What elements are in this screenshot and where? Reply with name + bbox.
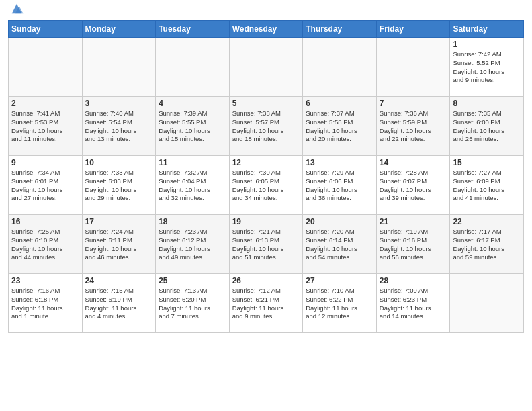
day-info: Sunrise: 7:33 AM Sunset: 6:03 PM Dayligh… (85, 169, 153, 203)
calendar-cell: 1Sunrise: 7:42 AM Sunset: 5:52 PM Daylig… (450, 38, 524, 97)
day-info: Sunrise: 7:13 AM Sunset: 6:20 PM Dayligh… (159, 287, 226, 321)
logo-text (8, 7, 24, 16)
calendar-cell (156, 38, 230, 97)
day-info: Sunrise: 7:25 AM Sunset: 6:10 PM Dayligh… (11, 228, 79, 262)
calendar-cell: 14Sunrise: 7:28 AM Sunset: 6:07 PM Dayli… (376, 156, 450, 215)
day-info: Sunrise: 7:42 AM Sunset: 5:52 PM Dayligh… (453, 50, 521, 85)
calendar-cell (303, 38, 377, 97)
calendar-cell: 12Sunrise: 7:30 AM Sunset: 6:05 PM Dayli… (229, 156, 303, 215)
weekday-header-thursday: Thursday (303, 21, 377, 38)
day-number: 19 (232, 217, 300, 226)
calendar-cell: 16Sunrise: 7:25 AM Sunset: 6:10 PM Dayli… (9, 215, 83, 274)
day-number: 25 (159, 276, 226, 285)
calendar-cell: 11Sunrise: 7:32 AM Sunset: 6:04 PM Dayli… (156, 156, 230, 215)
calendar-cell (9, 38, 83, 97)
day-number: 4 (159, 99, 226, 108)
calendar-cell: 19Sunrise: 7:21 AM Sunset: 6:13 PM Dayli… (229, 215, 303, 274)
calendar-week-row: 16Sunrise: 7:25 AM Sunset: 6:10 PM Dayli… (9, 215, 524, 274)
calendar-cell: 28Sunrise: 7:09 AM Sunset: 6:23 PM Dayli… (376, 274, 450, 333)
day-number: 20 (306, 217, 373, 226)
day-number: 22 (453, 217, 521, 226)
day-number: 12 (232, 158, 300, 167)
calendar-cell: 5Sunrise: 7:38 AM Sunset: 5:57 PM Daylig… (229, 97, 303, 156)
day-number: 2 (11, 99, 79, 108)
weekday-header-monday: Monday (82, 21, 156, 38)
day-info: Sunrise: 7:21 AM Sunset: 6:13 PM Dayligh… (232, 228, 300, 262)
day-info: Sunrise: 7:20 AM Sunset: 6:14 PM Dayligh… (306, 228, 373, 262)
day-number: 8 (453, 99, 521, 108)
day-info: Sunrise: 7:35 AM Sunset: 6:00 PM Dayligh… (453, 109, 521, 144)
weekday-header-sunday: Sunday (9, 21, 83, 38)
weekday-header-tuesday: Tuesday (156, 21, 230, 38)
day-number: 15 (453, 158, 521, 167)
day-number: 14 (380, 158, 447, 167)
day-number: 13 (306, 158, 373, 167)
day-number: 6 (306, 99, 373, 108)
weekday-header-saturday: Saturday (450, 21, 524, 38)
day-number: 21 (380, 217, 447, 226)
calendar-header: SundayMondayTuesdayWednesdayThursdayFrid… (9, 21, 524, 38)
calendar-cell: 22Sunrise: 7:17 AM Sunset: 6:17 PM Dayli… (450, 215, 524, 274)
day-info: Sunrise: 7:10 AM Sunset: 6:22 PM Dayligh… (306, 287, 373, 321)
day-number: 11 (159, 158, 226, 167)
calendar-cell: 9Sunrise: 7:34 AM Sunset: 6:01 PM Daylig… (9, 156, 83, 215)
day-info: Sunrise: 7:17 AM Sunset: 6:17 PM Dayligh… (453, 228, 521, 262)
day-number: 23 (11, 276, 79, 285)
day-number: 26 (232, 276, 300, 285)
calendar-cell: 17Sunrise: 7:24 AM Sunset: 6:11 PM Dayli… (82, 215, 156, 274)
day-number: 18 (159, 217, 226, 226)
day-info: Sunrise: 7:36 AM Sunset: 5:59 PM Dayligh… (380, 109, 447, 144)
header (8, 7, 524, 16)
calendar-cell: 6Sunrise: 7:37 AM Sunset: 5:58 PM Daylig… (303, 97, 377, 156)
day-info: Sunrise: 7:12 AM Sunset: 6:21 PM Dayligh… (232, 287, 300, 321)
calendar-cell: 23Sunrise: 7:16 AM Sunset: 6:18 PM Dayli… (9, 274, 83, 333)
calendar-table: SundayMondayTuesdayWednesdayThursdayFrid… (8, 20, 524, 333)
day-number: 7 (380, 99, 447, 108)
calendar-cell: 15Sunrise: 7:27 AM Sunset: 6:09 PM Dayli… (450, 156, 524, 215)
calendar-cell: 21Sunrise: 7:19 AM Sunset: 6:16 PM Dayli… (376, 215, 450, 274)
calendar-cell: 26Sunrise: 7:12 AM Sunset: 6:21 PM Dayli… (229, 274, 303, 333)
calendar-cell: 20Sunrise: 7:20 AM Sunset: 6:14 PM Dayli… (303, 215, 377, 274)
day-info: Sunrise: 7:40 AM Sunset: 5:54 PM Dayligh… (85, 109, 153, 144)
day-info: Sunrise: 7:34 AM Sunset: 6:01 PM Dayligh… (11, 169, 79, 203)
calendar-week-row: 1Sunrise: 7:42 AM Sunset: 5:52 PM Daylig… (9, 38, 524, 97)
calendar-cell: 2Sunrise: 7:41 AM Sunset: 5:53 PM Daylig… (9, 97, 83, 156)
logo (8, 7, 24, 16)
calendar-cell: 25Sunrise: 7:13 AM Sunset: 6:20 PM Dayli… (156, 274, 230, 333)
logo-icon (9, 1, 24, 16)
day-info: Sunrise: 7:19 AM Sunset: 6:16 PM Dayligh… (380, 228, 447, 262)
day-number: 28 (380, 276, 447, 285)
weekday-header-row: SundayMondayTuesdayWednesdayThursdayFrid… (9, 21, 524, 38)
day-number: 24 (85, 276, 153, 285)
calendar-cell (229, 38, 303, 97)
day-info: Sunrise: 7:24 AM Sunset: 6:11 PM Dayligh… (85, 228, 153, 262)
calendar-cell: 8Sunrise: 7:35 AM Sunset: 6:00 PM Daylig… (450, 97, 524, 156)
day-info: Sunrise: 7:29 AM Sunset: 6:06 PM Dayligh… (306, 169, 373, 203)
day-info: Sunrise: 7:41 AM Sunset: 5:53 PM Dayligh… (11, 109, 79, 144)
day-info: Sunrise: 7:16 AM Sunset: 6:18 PM Dayligh… (11, 287, 79, 321)
calendar-cell: 7Sunrise: 7:36 AM Sunset: 5:59 PM Daylig… (376, 97, 450, 156)
day-info: Sunrise: 7:09 AM Sunset: 6:23 PM Dayligh… (380, 287, 447, 321)
day-info: Sunrise: 7:37 AM Sunset: 5:58 PM Dayligh… (306, 109, 373, 144)
day-info: Sunrise: 7:27 AM Sunset: 6:09 PM Dayligh… (453, 169, 521, 203)
calendar-body: 1Sunrise: 7:42 AM Sunset: 5:52 PM Daylig… (9, 38, 524, 333)
day-number: 10 (85, 158, 153, 167)
calendar-cell: 27Sunrise: 7:10 AM Sunset: 6:22 PM Dayli… (303, 274, 377, 333)
day-info: Sunrise: 7:32 AM Sunset: 6:04 PM Dayligh… (159, 169, 226, 203)
day-info: Sunrise: 7:39 AM Sunset: 5:55 PM Dayligh… (159, 109, 226, 144)
day-number: 5 (232, 99, 300, 108)
calendar-cell: 18Sunrise: 7:23 AM Sunset: 6:12 PM Dayli… (156, 215, 230, 274)
day-number: 9 (11, 158, 79, 167)
weekday-header-wednesday: Wednesday (229, 21, 303, 38)
weekday-header-friday: Friday (376, 21, 450, 38)
day-number: 16 (11, 217, 79, 226)
calendar-cell (376, 38, 450, 97)
day-info: Sunrise: 7:15 AM Sunset: 6:19 PM Dayligh… (85, 287, 153, 321)
calendar-week-row: 2Sunrise: 7:41 AM Sunset: 5:53 PM Daylig… (9, 97, 524, 156)
day-number: 3 (85, 99, 153, 108)
calendar-cell: 10Sunrise: 7:33 AM Sunset: 6:03 PM Dayli… (82, 156, 156, 215)
calendar-week-row: 9Sunrise: 7:34 AM Sunset: 6:01 PM Daylig… (9, 156, 524, 215)
page: SundayMondayTuesdayWednesdayThursdayFrid… (0, 0, 532, 411)
day-info: Sunrise: 7:23 AM Sunset: 6:12 PM Dayligh… (159, 228, 226, 262)
calendar-cell: 24Sunrise: 7:15 AM Sunset: 6:19 PM Dayli… (82, 274, 156, 333)
